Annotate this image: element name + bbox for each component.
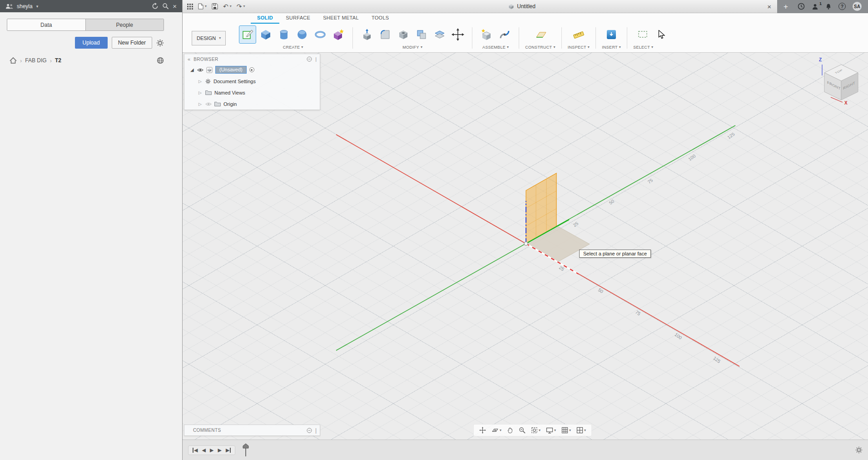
save-button[interactable] — [212, 3, 218, 10]
globe-icon[interactable] — [157, 57, 164, 64]
timeline-skip-end-button[interactable]: ▶ — [226, 448, 231, 453]
pan-button[interactable] — [479, 427, 486, 434]
notifications-bell-icon[interactable] — [825, 3, 832, 10]
new-folder-button[interactable]: New Folder — [112, 37, 152, 49]
user-avatar[interactable]: SA — [853, 2, 862, 11]
tab-solid[interactable]: SOLID — [251, 13, 279, 24]
insert-button[interactable] — [603, 26, 620, 43]
tab-tools[interactable]: TOOLS — [365, 13, 396, 24]
construct-plane-button[interactable] — [532, 26, 548, 43]
press-pull-button[interactable] — [359, 26, 375, 43]
origin-point[interactable] — [524, 242, 528, 245]
new-component-button[interactable] — [478, 26, 495, 43]
breadcrumb-folder[interactable]: T2 — [55, 57, 61, 64]
team-name[interactable]: sheyla — [17, 3, 33, 10]
breadcrumb-project[interactable]: FAB DIG — [25, 57, 46, 64]
redo-button[interactable]: ↷ ▾ — [237, 3, 245, 10]
look-at-button[interactable]: ▾ — [491, 427, 501, 434]
minimize-circle-icon[interactable] — [307, 56, 312, 62]
minimize-circle-icon[interactable] — [307, 428, 312, 433]
close-document-icon[interactable]: × — [761, 3, 777, 10]
file-menu-button[interactable]: ▾ — [198, 3, 207, 10]
home-icon[interactable] — [10, 57, 17, 64]
viewcube[interactable]: TOP FRONT RIGHT Z X — [816, 57, 866, 108]
panel-grip-icon[interactable]: | — [315, 56, 317, 62]
select-button[interactable] — [635, 26, 651, 43]
primitive-torus-button[interactable] — [312, 26, 328, 43]
viewports-button[interactable]: ▾ — [576, 427, 586, 434]
display-settings-button[interactable]: ▾ — [546, 427, 556, 434]
viewport-3d[interactable]: 25 50 75 100 125 25 50 75 100 125 Select… — [183, 53, 868, 440]
upload-button[interactable]: Upload — [75, 37, 108, 49]
chevron-down-icon: ▾ — [421, 45, 422, 49]
document-tab[interactable]: Untitled — [283, 3, 761, 10]
tab-sheet-metal[interactable]: SHEET METAL — [317, 13, 365, 24]
close-data-panel-icon[interactable]: × — [173, 3, 177, 10]
modify-group-dropdown[interactable]: MODIFY ▾ — [402, 44, 422, 51]
visibility-eye-off-icon[interactable] — [205, 102, 212, 106]
expand-arrow-icon[interactable]: ▷ — [198, 102, 203, 106]
viewcube-cube-icon[interactable] — [816, 57, 866, 108]
data-settings-gear-icon[interactable] — [156, 39, 164, 47]
zoom-button[interactable] — [519, 427, 526, 434]
new-document-tab-button[interactable]: + — [781, 3, 791, 10]
combine-button[interactable] — [413, 26, 430, 43]
tab-surface[interactable]: SURFACE — [279, 13, 317, 24]
timeline-play-button[interactable]: ▶ — [210, 448, 213, 453]
step-forward-icon: ▶ — [218, 448, 221, 453]
browser-root-row[interactable]: ◢ (Unsaved) — [184, 64, 320, 75]
timeline-step-back-button[interactable]: ◀ — [202, 448, 205, 453]
tab-data[interactable]: Data — [7, 19, 86, 30]
construct-group-dropdown[interactable]: CONSTRUCT ▾ — [525, 44, 556, 51]
refresh-icon[interactable] — [152, 3, 159, 10]
inspect-group-dropdown[interactable]: INSPECT ▾ — [568, 44, 590, 51]
scene-canvas[interactable] — [183, 53, 868, 440]
insert-group-dropdown[interactable]: INSERT ▾ — [602, 44, 621, 51]
primitive-box-button[interactable] — [258, 26, 274, 43]
undo-button[interactable]: ↶ ▾ — [223, 3, 232, 10]
primitive-cylinder-button[interactable] — [276, 26, 292, 43]
browser-item-named-views[interactable]: ▷ Named Views — [184, 87, 320, 98]
app-grid-icon[interactable] — [187, 4, 193, 10]
timeline-skip-start-button[interactable]: ◀ — [193, 448, 198, 453]
create-group-dropdown[interactable]: CREATE ▾ — [283, 44, 303, 51]
panel-grip-icon[interactable]: | — [315, 427, 317, 434]
assemble-group-dropdown[interactable]: ASSEMBLE ▾ — [482, 44, 509, 51]
search-icon[interactable] — [162, 3, 169, 10]
expand-arrow-icon[interactable]: ◢ — [190, 67, 194, 72]
visibility-eye-icon[interactable] — [197, 68, 203, 72]
chevron-down-icon[interactable]: ▾ — [36, 4, 39, 9]
tab-people[interactable]: People — [86, 19, 164, 30]
grid-settings-button[interactable]: ▾ — [561, 427, 571, 434]
collaboration-button[interactable]: 1 — [812, 3, 818, 10]
split-body-button[interactable] — [432, 26, 448, 43]
joint-button[interactable] — [496, 26, 513, 43]
comments-panel[interactable]: COMMENTS | — [184, 425, 320, 436]
timeline-step-forward-button[interactable]: ▶ — [218, 448, 221, 453]
data-panel: sheyla ▾ × Data People Upload New Folder — [0, 0, 183, 460]
hand-pan-button[interactable] — [507, 427, 513, 434]
root-document-label[interactable]: (Unsaved) — [215, 66, 247, 74]
workspace-switcher[interactable]: DESIGN ▾ — [192, 31, 226, 45]
timeline-position-marker[interactable] — [243, 443, 249, 457]
shell-button[interactable] — [395, 26, 412, 43]
collapse-panel-icon[interactable]: « — [188, 56, 190, 62]
job-status-icon[interactable] — [798, 3, 805, 10]
browser-item-origin[interactable]: ▷ Origin — [184, 98, 320, 110]
activate-component-radio[interactable] — [249, 67, 254, 72]
expand-arrow-icon[interactable]: ▷ — [198, 90, 203, 95]
primitive-sphere-button[interactable] — [294, 26, 310, 43]
create-sketch-button[interactable] — [239, 26, 256, 43]
browser-item-document-settings[interactable]: ▷ Document Settings — [184, 75, 320, 87]
measure-button[interactable] — [570, 26, 587, 43]
help-icon[interactable]: ? — [838, 3, 846, 10]
fillet-button[interactable] — [377, 26, 393, 43]
create-form-button[interactable] — [330, 26, 347, 43]
browser-header: « BROWSER | — [184, 54, 320, 64]
timeline-settings-gear-icon[interactable] — [855, 446, 863, 454]
expand-arrow-icon[interactable]: ▷ — [198, 79, 203, 84]
move-button[interactable] — [450, 26, 466, 43]
fit-view-button[interactable]: ▾ — [531, 427, 541, 434]
select-group-dropdown[interactable]: SELECT ▾ — [633, 44, 653, 51]
folder-icon — [205, 90, 212, 95]
